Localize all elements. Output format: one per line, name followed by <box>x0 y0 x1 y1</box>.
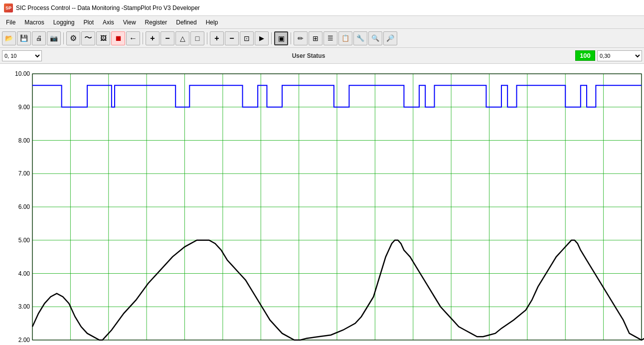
app-icon-text: SP <box>5 5 11 10</box>
open-button[interactable]: 📂 <box>2 31 16 45</box>
status-bar: 0, 10 User Status 100 0,30 <box>0 48 644 64</box>
zoom-out-v-button[interactable]: − <box>225 31 239 45</box>
triangle-button[interactable]: △ <box>175 31 189 45</box>
compress-button[interactable]: ⊡ <box>240 31 254 45</box>
main-content <box>0 64 644 345</box>
print-button[interactable]: 🖨 <box>32 31 46 45</box>
status-value: 100 <box>575 50 595 61</box>
stop-button[interactable]: ⏹ <box>111 31 125 45</box>
zoom-in-v-button[interactable]: + <box>210 31 224 45</box>
toolbar-separator-4 <box>271 32 272 44</box>
back-button[interactable]: ← <box>126 31 140 45</box>
menu-plot[interactable]: Plot <box>79 18 98 27</box>
menu-register[interactable]: Register <box>141 18 171 27</box>
window-title: SIC Process Control -- Data Monitoring -… <box>16 4 200 11</box>
zoom-in-h-button[interactable]: + <box>146 31 160 45</box>
toolbar-separator-3 <box>207 32 207 44</box>
menu-axis[interactable]: Axis <box>99 18 118 27</box>
rate-select[interactable]: 0,30 <box>597 50 642 61</box>
data-table-button[interactable]: ⊞ <box>309 31 322 45</box>
pen-button[interactable]: ✏ <box>294 31 308 45</box>
camera-button[interactable]: 📷 <box>47 31 61 45</box>
square-button[interactable]: □ <box>190 31 204 45</box>
menu-bar: File Macros Logging Plot Axis View Regis… <box>0 16 644 29</box>
image-button[interactable]: 🖼 <box>96 31 110 45</box>
user-status-label: User Status <box>44 52 573 59</box>
menu-macros[interactable]: Macros <box>20 18 48 27</box>
register-button[interactable]: 📋 <box>338 31 352 45</box>
toolbar-separator-1 <box>63 32 64 44</box>
menu-help[interactable]: Help <box>202 18 222 27</box>
record-button[interactable]: ▣ <box>274 31 288 45</box>
toolbar: 📂 💾 🖨 📷 ⚙ 〜 🖼 ⏹ ← + − △ □ + − ⊡ ▶ ▣ ✏ ⊞ … <box>0 29 644 48</box>
play-button[interactable]: ▶ <box>255 31 269 45</box>
toolbar-separator-2 <box>143 32 143 44</box>
search-button[interactable]: 🔍 <box>368 31 382 45</box>
app-icon: SP <box>4 3 13 12</box>
menu-view[interactable]: View <box>119 18 140 27</box>
chart-canvas[interactable] <box>0 64 644 345</box>
menu-defined[interactable]: Defined <box>172 18 200 27</box>
zoom-out-h-button[interactable]: − <box>161 31 174 45</box>
axis-range-select[interactable]: 0, 10 <box>2 50 42 61</box>
tool1-button[interactable]: 🔧 <box>353 31 367 45</box>
zoom-button[interactable]: 🔎 <box>383 31 397 45</box>
save-button[interactable]: 💾 <box>17 31 31 45</box>
waveform-button[interactable]: 〜 <box>81 31 95 45</box>
title-bar: SP SIC Process Control -- Data Monitorin… <box>0 0 644 16</box>
menu-file[interactable]: File <box>2 18 19 27</box>
toolbar-separator-5 <box>291 32 291 44</box>
menu-logging[interactable]: Logging <box>49 18 79 27</box>
settings-button[interactable]: ⚙ <box>66 31 80 45</box>
list-button[interactable]: ☰ <box>323 31 337 45</box>
